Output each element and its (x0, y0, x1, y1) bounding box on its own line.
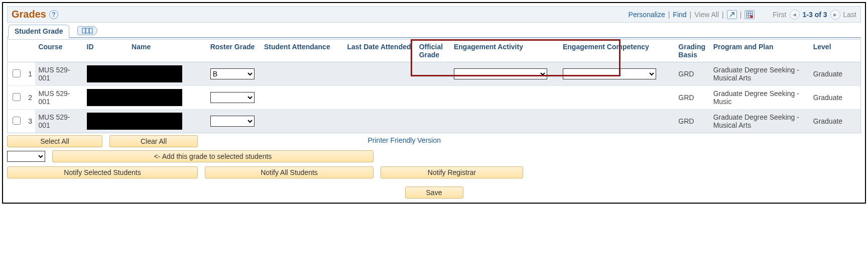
svg-rect-7 (86, 28, 89, 33)
cell-level: Graduate (810, 110, 861, 133)
nav-prev-icon[interactable]: ◄ (790, 10, 800, 20)
notify-all-button[interactable]: Notify All Students (205, 166, 374, 178)
engagement-activity-select[interactable] (454, 68, 547, 79)
separator: | (668, 11, 670, 19)
separator: | (690, 11, 692, 19)
notify-selected-button[interactable]: Notify Selected Students (7, 166, 198, 178)
cell-level: Graduate (810, 62, 861, 86)
row-number: 2 (25, 86, 35, 110)
zoom-icon[interactable] (727, 10, 737, 19)
separator: | (722, 11, 724, 19)
th-name[interactable]: Name (129, 40, 207, 62)
cell-basis: GRD (675, 110, 710, 133)
th-eng-competency[interactable]: Engagement Competency (560, 40, 675, 62)
svg-rect-8 (89, 28, 92, 33)
view-all-link[interactable]: View All (694, 11, 719, 19)
cell-course: MUS 529-001 (35, 62, 83, 86)
row-checkbox[interactable] (13, 93, 21, 101)
help-icon[interactable]: ? (49, 10, 58, 19)
cell-plan: Graduate Degree Seeking - Musical Arts (710, 110, 810, 133)
select-all-button[interactable]: Select All (7, 135, 102, 147)
th-eng-activity[interactable]: Engagement Activity (451, 40, 560, 62)
th-level[interactable]: Level (810, 40, 861, 62)
svg-point-5 (750, 15, 753, 18)
roster-grade-select[interactable]: B (210, 68, 255, 79)
expand-columns-icon[interactable] (77, 26, 97, 35)
th-attendance[interactable]: Student Attendance (261, 40, 344, 62)
bulk-grade-select[interactable] (7, 151, 45, 162)
svg-rect-6 (82, 28, 85, 33)
th-roster-grade[interactable]: Roster Grade (207, 40, 261, 62)
find-link[interactable]: Find (673, 11, 686, 19)
th-grading-basis[interactable]: Grading Basis (675, 40, 710, 62)
cell-basis: GRD (675, 62, 710, 86)
cell-plan: Graduate Degree Seeking - Musical Arts (710, 62, 810, 86)
th-program-plan[interactable]: Program and Plan (710, 40, 810, 62)
nav-last[interactable]: Last (843, 11, 856, 19)
roster-grade-select[interactable] (210, 92, 255, 103)
personalize-link[interactable]: Personalize (629, 11, 665, 19)
nav-next-icon[interactable]: ► (830, 10, 840, 20)
row-checkbox[interactable] (13, 69, 21, 77)
table-row: 1MUS 529-001BGRDGraduate Degree Seeking … (8, 62, 861, 86)
nav-first[interactable]: First (773, 11, 786, 19)
cell-course: MUS 529-001 (35, 110, 83, 133)
th-id[interactable]: ID (84, 40, 129, 62)
redacted-name (87, 113, 182, 130)
cell-basis: GRD (675, 86, 710, 110)
cell-plan: Graduate Degree Seeking - Music (710, 86, 810, 110)
row-checkbox[interactable] (13, 117, 21, 125)
page-title: Grades (12, 9, 46, 20)
roster-table: Course ID Name Roster Grade Student Atte… (7, 39, 861, 133)
roster-grade-select[interactable] (210, 116, 255, 127)
engagement-competency-select[interactable] (563, 68, 656, 79)
separator: | (740, 11, 742, 19)
th-course[interactable]: Course (35, 40, 83, 62)
notify-registrar-button[interactable]: Notify Registrar (381, 166, 523, 178)
row-number: 3 (25, 110, 35, 133)
redacted-name (87, 65, 182, 82)
download-icon[interactable] (745, 10, 755, 19)
th-official-grade[interactable]: Official Grade (416, 40, 451, 62)
table-row: 3MUS 529-001GRDGraduate Degree Seeking -… (8, 110, 861, 133)
th-last-date[interactable]: Last Date Attended (344, 40, 416, 62)
row-number: 1 (25, 62, 35, 86)
tab-student-grade[interactable]: Student Grade (8, 25, 69, 38)
cell-level: Graduate (810, 86, 861, 110)
clear-all-button[interactable]: Clear All (109, 135, 198, 147)
redacted-name (87, 89, 182, 106)
nav-range: 1-3 of 3 (803, 11, 827, 19)
table-row: 2MUS 529-001GRDGraduate Degree Seeking -… (8, 86, 861, 110)
add-grade-button[interactable]: <- Add this grade to selected students (52, 150, 374, 162)
save-button[interactable]: Save (405, 187, 463, 199)
cell-course: MUS 529-001 (35, 86, 83, 110)
printer-friendly-link[interactable]: Printer Friendly Version (367, 136, 441, 144)
